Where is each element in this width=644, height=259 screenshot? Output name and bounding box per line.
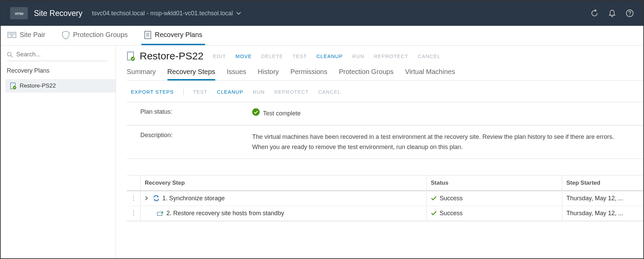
svg-point-1 bbox=[629, 15, 630, 16]
svg-point-19 bbox=[133, 196, 134, 197]
action-cancel: CANCEL bbox=[418, 53, 440, 59]
refresh-icon[interactable] bbox=[590, 9, 599, 17]
tab-permissions[interactable]: Permissions bbox=[290, 68, 327, 80]
notifications-icon[interactable] bbox=[608, 9, 616, 17]
table-row[interactable]: 1. Synchronize storage Success Thursday,… bbox=[127, 191, 643, 206]
host-restore-icon bbox=[157, 210, 164, 216]
tab-label: Site Pair bbox=[20, 31, 45, 39]
plan-status-value: Test complete bbox=[263, 108, 301, 119]
recovery-steps-table: Recovery Step Status Step Started 1. Syn… bbox=[127, 175, 643, 221]
divider bbox=[183, 88, 184, 95]
svg-point-22 bbox=[133, 211, 134, 212]
plan-ok-icon bbox=[10, 82, 16, 89]
drag-handle-icon[interactable] bbox=[127, 195, 140, 201]
vmware-logo: vmw bbox=[10, 7, 28, 19]
action-test: TEST bbox=[293, 53, 307, 59]
plan-ok-icon bbox=[127, 51, 135, 61]
chevron-down-icon bbox=[236, 12, 241, 15]
status-value: Success bbox=[440, 210, 463, 217]
check-icon bbox=[431, 196, 437, 201]
svg-point-23 bbox=[133, 213, 134, 214]
svg-point-12 bbox=[7, 52, 11, 56]
sync-icon bbox=[153, 195, 160, 202]
app-title: Site Recovery bbox=[34, 9, 92, 18]
svg-rect-3 bbox=[13, 32, 16, 38]
status-value: Success bbox=[440, 195, 463, 202]
description-label: Description: bbox=[140, 132, 252, 152]
svg-point-18 bbox=[252, 108, 260, 116]
svg-rect-25 bbox=[157, 212, 162, 216]
search-input[interactable] bbox=[16, 51, 107, 58]
check-icon bbox=[431, 211, 437, 216]
action-move[interactable]: MOVE bbox=[236, 53, 252, 59]
subaction-test: TEST bbox=[193, 89, 207, 95]
table-row[interactable]: 2. Restore recovery site hosts from stan… bbox=[127, 206, 643, 221]
action-delete: DELETE bbox=[261, 53, 283, 59]
shield-icon bbox=[62, 31, 70, 39]
tab-issues[interactable]: Issues bbox=[227, 68, 246, 80]
site-pair-icon bbox=[7, 31, 16, 39]
tab-label: Recovery Plans bbox=[155, 31, 202, 39]
subaction-run: RUN bbox=[253, 89, 265, 95]
content-pane: Restore-PS22 EDIT MOVE DELETE TEST CLEAN… bbox=[116, 45, 643, 258]
sidebar: Recovery Plans Restore-PS22 bbox=[1, 45, 116, 258]
action-cleanup[interactable]: CLEANUP bbox=[317, 53, 343, 59]
page-title: Restore-PS22 bbox=[140, 50, 203, 62]
svg-rect-2 bbox=[8, 32, 11, 38]
tab-virtual-machines[interactable]: Virtual Machines bbox=[405, 68, 455, 80]
expand-chevron-icon[interactable] bbox=[145, 196, 150, 201]
plan-icon bbox=[144, 31, 152, 39]
site-context-selector[interactable]: tsvc04.techsol.local - msp-wkld01-vc01.t… bbox=[92, 10, 241, 17]
sidebar-heading: Recovery Plans bbox=[5, 67, 116, 79]
step-label: 2. Restore recovery site hosts from stan… bbox=[166, 210, 284, 217]
tab-site-pair[interactable]: Site Pair bbox=[5, 26, 48, 45]
tab-history[interactable]: History bbox=[258, 68, 279, 80]
tab-recovery-steps[interactable]: Recovery Steps bbox=[167, 68, 215, 80]
subaction-cancel: CANCEL bbox=[318, 89, 341, 95]
plan-status-label: Plan status: bbox=[140, 108, 252, 119]
started-value: Thursday, May 12, ... bbox=[562, 206, 643, 220]
help-icon[interactable] bbox=[626, 9, 634, 17]
description-value: The virtual machines have been recovered… bbox=[252, 132, 630, 152]
svg-point-20 bbox=[133, 198, 134, 199]
tab-recovery-plans[interactable]: Recovery Plans bbox=[141, 26, 205, 45]
success-check-icon bbox=[252, 108, 260, 116]
svg-point-21 bbox=[133, 200, 134, 201]
subaction-reprotect: REPROTECT bbox=[274, 89, 309, 95]
step-label: 1. Synchronize storage bbox=[162, 195, 225, 202]
sidebar-item-restore-ps22[interactable]: Restore-PS22 bbox=[5, 79, 116, 93]
plan-info-panel: Plan status: Test complete Description: … bbox=[127, 102, 643, 159]
content-tabs: Summary Recovery Steps Issues History Pe… bbox=[127, 68, 643, 81]
sidebar-item-label: Restore-PS22 bbox=[20, 82, 56, 89]
svg-line-13 bbox=[11, 56, 13, 57]
main-nav-tabs: Site Pair Protection Groups Recovery Pla… bbox=[1, 26, 643, 45]
action-reprotect: REPROTECT bbox=[374, 53, 408, 59]
column-header-step[interactable]: Recovery Step bbox=[140, 175, 426, 190]
tab-label: Protection Groups bbox=[73, 31, 128, 39]
started-value: Thursday, May 12, ... bbox=[562, 191, 643, 205]
subaction-export-steps[interactable]: EXPORT STEPS bbox=[131, 89, 174, 95]
action-edit: EDIT bbox=[213, 53, 226, 59]
drag-handle-icon[interactable] bbox=[127, 210, 140, 216]
column-header-status[interactable]: Status bbox=[426, 175, 562, 190]
site-pair-label: tsvc04.techsol.local - msp-wkld01-vc01.t… bbox=[92, 10, 233, 17]
tab-protection-groups[interactable]: Protection Groups bbox=[339, 68, 394, 80]
tab-protection-groups[interactable]: Protection Groups bbox=[59, 26, 130, 45]
column-header-started[interactable]: Step Started bbox=[562, 175, 643, 190]
svg-rect-8 bbox=[145, 31, 151, 39]
action-run: RUN bbox=[352, 53, 364, 59]
svg-point-24 bbox=[133, 215, 134, 216]
tab-summary[interactable]: Summary bbox=[127, 68, 156, 80]
search-icon bbox=[7, 52, 13, 58]
app-header: vmw Site Recovery tsvc04.techsol.local -… bbox=[1, 1, 643, 26]
subaction-cleanup[interactable]: CLEANUP bbox=[217, 89, 243, 95]
